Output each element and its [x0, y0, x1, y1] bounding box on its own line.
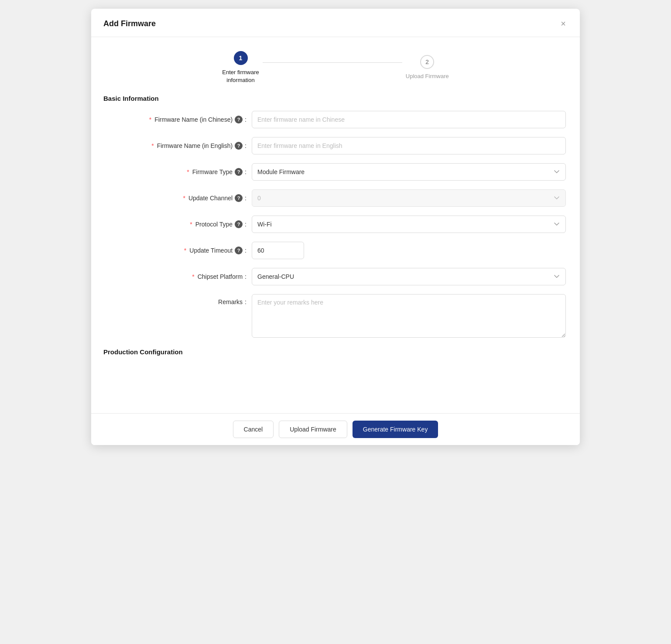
- cancel-button[interactable]: Cancel: [233, 421, 274, 438]
- protocol-type-row: * Protocol Type ? : Wi-Fi Bluetooth Zigb…: [103, 216, 568, 233]
- protocol-type-label: * Protocol Type ? :: [103, 220, 252, 228]
- update-channel-row: * Update Channel ? : 0: [103, 189, 568, 207]
- required-star: *: [149, 116, 151, 123]
- modal-footer: Cancel Upload Firmware Generate Firmware…: [91, 413, 580, 445]
- firmware-name-chinese-label: * Firmware Name (in Chinese) ? :: [103, 116, 252, 123]
- protocol-type-help-icon[interactable]: ?: [235, 220, 243, 228]
- upload-firmware-button[interactable]: Upload Firmware: [279, 421, 347, 438]
- step-2-item: 2 Upload Firmware: [406, 55, 449, 80]
- production-config-title: Production Configuration: [91, 348, 580, 356]
- remarks-row: Remarks :: [103, 294, 568, 339]
- firmware-name-chinese-help-icon[interactable]: ?: [235, 116, 243, 123]
- protocol-type-select[interactable]: Wi-Fi Bluetooth Zigbee Z-Wave: [252, 216, 566, 233]
- required-star-2: *: [151, 142, 154, 149]
- basic-info-form: * Firmware Name (in Chinese) ? : * Firmw…: [91, 111, 580, 339]
- firmware-type-label: * Firmware Type ? :: [103, 168, 252, 176]
- step-1-label: Enter firmware information: [222, 69, 259, 84]
- required-star-6: *: [184, 247, 186, 254]
- step-2-circle: 2: [420, 55, 434, 69]
- update-channel-control: 0: [252, 189, 566, 207]
- chipset-platform-select[interactable]: General-CPU ARM x86 MIPS: [252, 268, 566, 285]
- update-channel-label: * Update Channel ? :: [103, 194, 252, 202]
- update-timeout-label: * Update Timeout ? :: [103, 247, 252, 254]
- stepper: 1 Enter firmware information 2 Upload Fi…: [91, 37, 580, 95]
- firmware-type-help-icon[interactable]: ?: [235, 168, 243, 176]
- update-timeout-row: * Update Timeout ? :: [103, 242, 568, 259]
- update-timeout-help-icon[interactable]: ?: [235, 247, 243, 254]
- firmware-type-row: * Firmware Type ? : Module Firmware Devi…: [103, 163, 568, 181]
- remarks-label: Remarks :: [103, 294, 252, 305]
- update-timeout-control: [252, 242, 566, 259]
- firmware-name-english-control: [252, 137, 566, 154]
- step-1-circle: 1: [234, 51, 248, 65]
- firmware-name-english-help-icon[interactable]: ?: [235, 142, 243, 150]
- chipset-platform-control: General-CPU ARM x86 MIPS: [252, 268, 566, 285]
- remarks-control: [252, 294, 566, 339]
- chipset-platform-row: * Chipset Platform : General-CPU ARM x86…: [103, 268, 568, 285]
- firmware-name-english-row: * Firmware Name (in English) ? :: [103, 137, 568, 154]
- required-star-3: *: [187, 168, 189, 175]
- chipset-platform-label: * Chipset Platform :: [103, 273, 252, 280]
- firmware-name-english-input[interactable]: [252, 137, 566, 154]
- required-star-4: *: [183, 195, 185, 202]
- update-timeout-input[interactable]: [252, 242, 304, 259]
- firmware-name-chinese-control: [252, 111, 566, 128]
- firmware-name-english-label: * Firmware Name (in English) ? :: [103, 142, 252, 150]
- generate-firmware-key-button[interactable]: Generate Firmware Key: [353, 421, 438, 438]
- update-channel-help-icon[interactable]: ?: [235, 194, 243, 202]
- required-star-5: *: [190, 221, 192, 228]
- update-channel-select[interactable]: 0: [252, 189, 566, 207]
- required-star-7: *: [192, 273, 194, 280]
- firmware-type-select[interactable]: Module Firmware Device Firmware MCU Firm…: [252, 163, 566, 181]
- add-firmware-modal: Add Firmware × 1 Enter firmware informat…: [91, 9, 580, 445]
- modal-header: Add Firmware ×: [91, 9, 580, 37]
- remarks-textarea[interactable]: [252, 294, 566, 338]
- protocol-type-control: Wi-Fi Bluetooth Zigbee Z-Wave: [252, 216, 566, 233]
- step-connector: [263, 62, 402, 63]
- firmware-type-control: Module Firmware Device Firmware MCU Firm…: [252, 163, 566, 181]
- firmware-name-chinese-input[interactable]: [252, 111, 566, 128]
- firmware-name-chinese-row: * Firmware Name (in Chinese) ? :: [103, 111, 568, 128]
- step-2-label: Upload Firmware: [406, 72, 449, 80]
- close-button[interactable]: ×: [559, 17, 568, 30]
- modal-title: Add Firmware: [103, 19, 156, 28]
- basic-info-title: Basic Information: [91, 95, 580, 102]
- step-1-item: 1 Enter firmware information: [222, 51, 259, 84]
